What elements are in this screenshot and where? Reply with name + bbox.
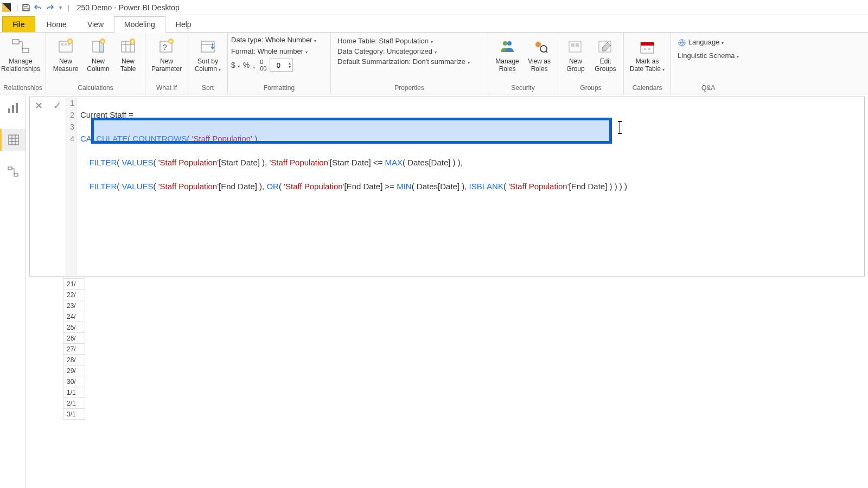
group-label-properties: Properties (334, 83, 484, 94)
tab-help[interactable]: Help (165, 16, 202, 32)
group-label-security: Security (492, 83, 554, 94)
qat-customize-icon[interactable]: ▾ (59, 4, 62, 10)
ribbon-tabs: File Home View Modeling Help (0, 15, 868, 33)
language-dropdown[interactable]: Language ▾ (678, 38, 724, 47)
cancel-formula-button[interactable]: ✕ (32, 99, 45, 112)
chevron-down-icon: ▾ (662, 67, 665, 72)
data-category-dropdown[interactable]: Data Category: Uncategorized ▾ (337, 47, 437, 55)
manage-relationships-label: Manage Relationships (1, 57, 40, 73)
sort-by-column-button[interactable]: Sort by Column ▾ (192, 35, 224, 76)
grid-cell: 1/1 (63, 387, 85, 398)
home-table-label: Home Table: (337, 37, 377, 45)
schema-label: Linguistic Schema (678, 52, 735, 60)
default-summarization-dropdown[interactable]: Default Summarization: Don't summarize ▾ (337, 57, 470, 66)
chevron-down-icon: ▾ (737, 54, 739, 59)
group-label-sort: Sort (192, 83, 224, 94)
save-icon[interactable] (21, 3, 31, 12)
data-type-dropdown[interactable]: Data type: Whole Number ▾ (231, 36, 316, 44)
format-dropdown[interactable]: Format: Whole number ▾ (231, 47, 308, 55)
grid-cell: 2/1 (63, 398, 85, 409)
tab-home[interactable]: Home (36, 16, 77, 32)
globe-icon (678, 38, 686, 47)
tab-file[interactable]: File (2, 16, 35, 32)
formula-editor[interactable]: Current Staff = CALCULATE( COUNTROWS( 'S… (77, 97, 864, 276)
svg-rect-20 (571, 43, 575, 47)
group-calendars: Mark as Date Table ▾ Calendars (624, 33, 671, 94)
chevron-down-icon: ▾ (468, 60, 470, 65)
model-view-button[interactable] (5, 164, 21, 180)
mark-as-date-table-button[interactable]: Mark as Date Table ▾ (627, 35, 667, 76)
group-label-qa: Q&A (674, 83, 742, 94)
comma-button[interactable]: , (253, 61, 255, 69)
redo-icon[interactable] (45, 3, 55, 12)
chevron-down-icon: ▾ (722, 41, 724, 46)
new-group-button[interactable]: New Group (561, 35, 590, 75)
mark-date-label: Mark as Date Table (630, 57, 661, 73)
tab-view[interactable]: View (77, 16, 114, 32)
home-table-value: Staff Population (379, 37, 429, 45)
edit-groups-button[interactable]: Edit Groups (591, 35, 620, 75)
svg-point-15 (503, 41, 507, 46)
percent-button[interactable]: % (243, 61, 250, 69)
manage-roles-button[interactable]: Manage Roles (492, 35, 523, 75)
ribbon: Manage Relationships Relationships New M… (0, 33, 868, 94)
chevron-down-icon: ▾ (435, 50, 437, 55)
view-as-roles-button[interactable]: View as Roles (524, 35, 554, 75)
window-title: 250 Demo - Power BI Desktop (77, 3, 180, 12)
home-table-dropdown[interactable]: Home Table: Staff Population ▾ (337, 37, 433, 45)
linguistic-schema-dropdown[interactable]: Linguistic Schema ▾ (678, 52, 739, 60)
view-as-icon (529, 37, 549, 56)
grid-cell: 29/ (63, 365, 85, 376)
data-view-button[interactable] (0, 129, 25, 151)
formula-line-2: CALCULATE( COUNTROWS( 'Staff Population'… (80, 133, 861, 145)
chevron-down-icon: ▾ (219, 67, 221, 72)
format-label: Format: (231, 47, 256, 55)
spin-down-icon[interactable]: ▼ (288, 65, 291, 69)
decimals-input[interactable] (270, 61, 286, 69)
manage-relationships-button[interactable]: Manage Relationships (3, 35, 38, 75)
group-properties: Home Table: Staff Population ▾ Data Cate… (331, 33, 488, 94)
new-parameter-icon: ? (157, 37, 176, 56)
svg-rect-24 (641, 42, 654, 46)
line-gutter: 1234 (66, 97, 77, 276)
content-area: Date 1/06/ 12/13/14/15/16/17/18/19/20/21… (26, 94, 868, 488)
spin-up-icon[interactable]: ▲ (288, 61, 291, 65)
new-column-button[interactable]: New Column (83, 35, 113, 75)
new-measure-label: New Measure (53, 57, 79, 73)
data-type-value: Whole Number (265, 36, 312, 44)
group-calculations: New Measure New Column New Table Calcula… (46, 33, 145, 94)
svg-rect-19 (569, 41, 581, 52)
new-measure-button[interactable]: New Measure (49, 35, 82, 75)
currency-button[interactable]: $ ▾ (231, 61, 240, 69)
grid-cell: 30/ (63, 376, 85, 387)
formula-line-4: FILTER( VALUES( 'Staff Population'[End D… (80, 181, 861, 192)
formula-bar[interactable]: ✕ ✓ 1234 Current Staff = CALCULATE( COUN… (29, 97, 865, 277)
svg-rect-30 (8, 167, 12, 170)
decimal-icon[interactable]: .0.00 (258, 59, 266, 72)
group-formatting: Data type: Whole Number ▾ Format: Whole … (228, 33, 331, 94)
calendar-icon (637, 37, 657, 56)
data-type-label: Data type: (231, 36, 263, 44)
new-group-icon (566, 37, 585, 56)
new-table-label: New Table (120, 57, 136, 73)
group-relationships: Manage Relationships Relationships (0, 33, 46, 94)
formula-line-1: Current Staff = (80, 110, 133, 119)
new-parameter-button[interactable]: ? New Parameter (149, 35, 184, 75)
chevron-down-icon: ▾ (305, 50, 308, 55)
new-measure-icon (56, 37, 75, 56)
grid-cell: 24/ (63, 311, 85, 322)
group-label-calendars: Calendars (627, 83, 667, 94)
commit-formula-button[interactable]: ✓ (50, 99, 63, 112)
svg-rect-2 (12, 40, 19, 44)
tab-modeling[interactable]: Modeling (114, 16, 165, 33)
undo-icon[interactable] (33, 3, 43, 12)
group-groups: New Group Edit Groups Groups (558, 33, 624, 94)
main-area: Date 1/06/ 12/13/14/15/16/17/18/19/20/21… (0, 94, 868, 488)
svg-rect-31 (14, 174, 18, 176)
svg-rect-28 (16, 103, 18, 113)
grid-cell: 26/ (63, 333, 85, 344)
decimals-stepper[interactable]: ▲▼ (270, 59, 293, 72)
qat-separator: | (16, 3, 18, 11)
report-view-button[interactable] (5, 100, 21, 116)
new-table-button[interactable]: New Table (114, 35, 142, 75)
